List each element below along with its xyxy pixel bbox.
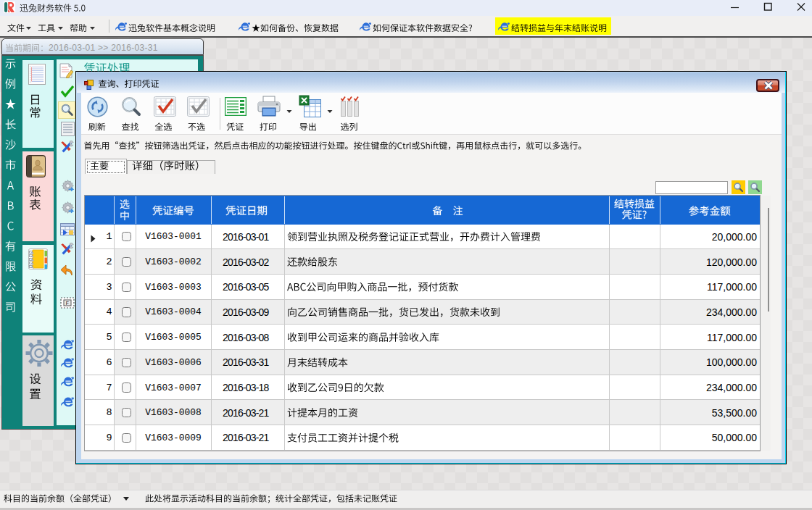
svg-text:F: F <box>66 301 69 306</box>
